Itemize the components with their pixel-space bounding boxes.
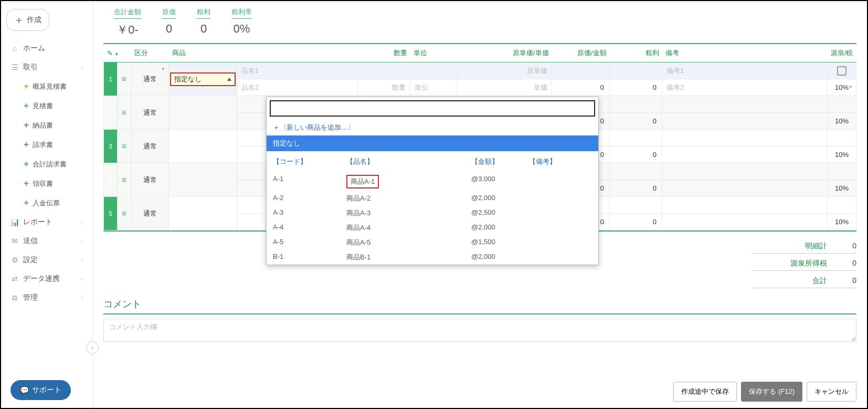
col-tax: 源泉/税 [828, 44, 856, 62]
tax-rate-select[interactable]: 10% [828, 113, 856, 130]
totals-grand: 合計0 [751, 274, 856, 288]
tax-rate-select[interactable]: 10% [828, 180, 856, 197]
row-kind-select[interactable]: 通常 [131, 163, 169, 197]
withholding-checkbox[interactable] [828, 62, 856, 79]
sidebar: ＋ 作成 ⌂ ホーム ☰ 取引 › ＋概算見積書 ＋見積書 ＋納品書 ＋請求書 … [1, 1, 93, 408]
item-note [523, 172, 598, 191]
tax-rate-select[interactable]: 10% [828, 214, 856, 230]
item-name: 商品A-5 [340, 235, 465, 250]
note2-cell[interactable] [662, 79, 828, 96]
withholding-checkbox[interactable] [828, 130, 856, 146]
product-picker[interactable] [169, 197, 237, 230]
note2-cell[interactable] [662, 214, 828, 230]
sidebar-item-settings[interactable]: ⚙設定› [1, 250, 92, 269]
save-draft-button[interactable]: 作成途中で保存 [673, 382, 737, 402]
dropdown-item[interactable]: B-1商品B-1@2,000 [267, 250, 598, 265]
item-code: A-3 [267, 206, 340, 221]
edit-icon[interactable]: ✎ [107, 49, 113, 57]
drag-handle[interactable]: ≡ [118, 197, 131, 230]
row-kind-select[interactable]: 通常 [131, 197, 169, 230]
summary-rate: 粗利率0% [221, 7, 262, 38]
unitprice-cell[interactable] [458, 79, 552, 96]
item-note [523, 250, 598, 265]
row-kind-select[interactable]: 通常 [131, 96, 169, 130]
qty-cell[interactable] [358, 79, 410, 96]
unit-cell[interactable] [410, 79, 458, 96]
col-product: 商品 [169, 44, 358, 62]
sidebar-item-send[interactable]: ✉送信› [1, 232, 92, 250]
gross-cell [610, 163, 662, 180]
row-index: 2 [104, 96, 118, 130]
sidebar-sub-payment-slip[interactable]: ＋入金伝票 [1, 193, 92, 213]
sidebar-sub-label: 合計請求書 [33, 160, 67, 169]
support-button[interactable]: 💬 サポート [10, 380, 71, 400]
product-picker[interactable] [169, 163, 237, 197]
item-amount: @1,500 [465, 235, 523, 250]
product-picker[interactable] [169, 130, 237, 163]
sidebar-sub-estimate-rough[interactable]: ＋概算見積書 [1, 77, 92, 96]
sidebar-item-report[interactable]: 📊レポート› [1, 213, 92, 232]
note2-cell[interactable] [662, 146, 828, 163]
gross-cell [610, 62, 662, 79]
note1-cell[interactable] [662, 197, 828, 214]
sidebar-item-admin[interactable]: ⧉管理› [1, 288, 92, 307]
sidebar-sub-receipt[interactable]: ＋領収書 [1, 174, 92, 193]
note2-cell[interactable] [662, 180, 828, 197]
drag-handle[interactable]: ≡ [118, 96, 131, 130]
comment-input[interactable] [103, 319, 856, 342]
summary-total: 合計金額￥0- [103, 7, 152, 38]
product-picker[interactable] [169, 96, 237, 130]
sidebar-sub-delivery[interactable]: ＋納品書 [1, 116, 92, 135]
drag-handle[interactable]: ≡ [118, 62, 131, 96]
save-button[interactable]: 保存する (F12) [741, 382, 802, 402]
unitcost-cell[interactable] [458, 62, 552, 79]
tax-rate-select[interactable]: 10%▼ [828, 79, 856, 96]
cancel-button[interactable]: キャンセル [807, 382, 856, 402]
drag-handle[interactable]: ≡ [118, 163, 131, 197]
dropdown-item[interactable]: A-5商品A-5@1,500 [267, 235, 598, 250]
withholding-checkbox[interactable] [828, 96, 856, 113]
sidebar-item-label: 取引 [23, 62, 38, 72]
sidebar-item-label: 送信 [23, 236, 38, 246]
note1-cell[interactable] [662, 62, 828, 79]
withholding-checkbox[interactable] [828, 197, 856, 214]
product-dropdown: ＋〈新しい商品を追加…〉 指定なし 【コード】 【品名】 【金額】 【備考】 A… [266, 97, 599, 265]
footer-actions: 作成途中で保存 保存する (F12) キャンセル [673, 382, 856, 402]
amount-cell: 0 [552, 79, 610, 96]
sidebar-item-label: ホーム [23, 44, 45, 53]
chevron-right-icon: › [81, 238, 83, 244]
product-search-input[interactable] [270, 100, 595, 117]
gear-icon: ⚙ [10, 256, 19, 264]
row-kind-select[interactable]: 通常 [131, 130, 169, 163]
row-kind-select[interactable]: 通常▼ [131, 62, 169, 96]
add-new-product[interactable]: ＋〈新しい商品を追加…〉 [267, 120, 598, 135]
dropdown-item[interactable]: A-1商品A-1@3,000 [267, 172, 598, 191]
sidebar-item-transactions[interactable]: ☰ 取引 › [1, 58, 92, 77]
dropdown-item[interactable]: A-2商品A-2@2,000 [267, 191, 598, 206]
note1-cell[interactable] [662, 96, 828, 113]
dropdown-item[interactable]: A-3商品A-3@2,500 [267, 206, 598, 221]
note2-cell[interactable] [662, 113, 828, 130]
gross-cell [610, 197, 662, 214]
tax-rate-select[interactable]: 10% [828, 146, 856, 163]
sidebar-sub-estimate[interactable]: ＋見積書 [1, 96, 92, 116]
dropdown-item[interactable]: A-4商品A-4@2,000 [267, 221, 598, 235]
note1-cell[interactable] [662, 163, 828, 180]
create-button[interactable]: ＋ 作成 [6, 9, 49, 31]
product-name2-cell[interactable] [237, 79, 358, 96]
dropdown-selected[interactable]: 指定なし [267, 135, 598, 151]
item-amount: @2,000 [465, 221, 523, 235]
note1-cell[interactable] [662, 130, 828, 146]
sidebar-sub-invoice[interactable]: ＋請求書 [1, 135, 92, 154]
item-code: A-1 [267, 172, 340, 191]
sidebar-item-home[interactable]: ⌂ ホーム [1, 39, 92, 58]
sidebar-item-data-link[interactable]: ⇄データ連携› [1, 269, 92, 288]
sidebar-sub-totalinvoice[interactable]: ＋合計請求書 [1, 154, 92, 174]
plus-icon: ＋ [22, 139, 29, 150]
withholding-checkbox[interactable] [828, 163, 856, 180]
gross-amount-cell: 0 [610, 180, 662, 197]
product-name1-cell[interactable] [237, 62, 358, 79]
main-content: 合計金額￥0- 原価0 粗利0 粗利率0% ✎ ▼ 区分 商品 数量 [93, 1, 867, 408]
drag-handle[interactable]: ≡ [118, 130, 131, 163]
product-picker[interactable]: 指定なし [169, 62, 237, 96]
